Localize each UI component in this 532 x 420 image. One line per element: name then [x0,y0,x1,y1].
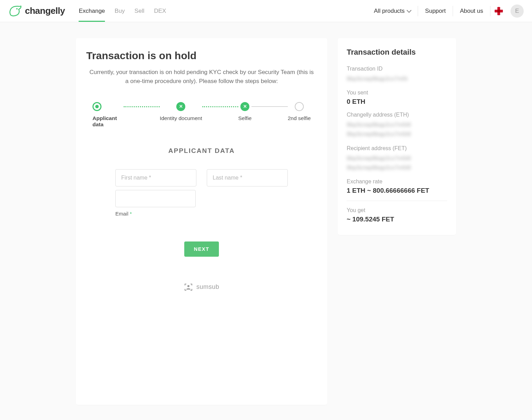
header: changelly Exchange Buy Sell DEX All prod… [0,0,532,22]
detail-label: Transaction ID [347,66,447,72]
svg-rect-4 [192,284,192,285]
header-right: All products Support About us E [367,4,524,18]
step-pending-icon [295,102,304,111]
nav-dex[interactable]: DEX [154,0,166,22]
detail-label: Recipient address (FET) [347,145,447,152]
nav-sell[interactable]: Sell [134,0,144,22]
required-mark: * [130,211,132,217]
divider [347,201,447,201]
divider [490,6,490,16]
step-applicant-data: Applicant data [92,102,124,128]
nav-buy[interactable]: Buy [115,0,125,22]
detail-label: You get [347,207,447,213]
detail-you-sent: You sent 0 ETH [347,90,447,106]
detail-transaction-id: Transaction ID 8bp3crwp8bqp2cx7m5t [347,66,447,83]
step-error-icon [240,102,249,111]
detail-recipient-address: Recipient address (FET) 8bp3crwp8bqp2cx7… [347,145,447,172]
support-link[interactable]: Support [418,8,453,15]
all-products-label: All products [374,8,405,15]
step-selfie: Selfie [238,102,252,121]
step-label: 2nd selfie [288,115,311,121]
email-label-text: Email [115,211,128,217]
step-connector [124,106,160,107]
avatar[interactable]: E [511,4,524,18]
step-error-icon [176,102,185,111]
email-label: Email * [115,211,288,217]
next-button[interactable]: NEXT [184,241,219,257]
name-row [115,169,288,186]
sumsub-icon [184,283,193,291]
powered-by-text: sumsub [196,283,219,291]
detail-value-blurred: 8bp3crwp8bqp2cx7m5t [347,74,447,83]
detail-value-blurred: 8bp3crwp8bqp2cx7m5t8 8bp3crwp8bqp2cx7m5t… [347,154,447,172]
detail-changelly-address: Changelly address (ETH) 8bp3crwp8bqp2cx7… [347,112,447,139]
step-2nd-selfie: 2nd selfie [288,102,311,121]
detail-value-blurred: 8bp3crwp8bqp2cx7m5t8 8bp3crwp8bqp2cx7m5t… [347,120,447,139]
step-identity-document: Identity document [160,102,202,121]
details-title: Transaction details [347,48,447,57]
main-card: Transaction is on hold Currently, your t… [76,38,327,405]
logo-text: changelly [25,6,65,16]
email-row [115,190,288,207]
email-input[interactable] [115,190,196,207]
detail-label: Exchange rate [347,179,447,185]
svg-point-0 [16,8,18,9]
logo-icon [8,5,22,17]
page-subtitle: Currently, your transaction is on hold p… [89,68,314,86]
all-products-dropdown[interactable]: All products [367,8,418,15]
page-title: Transaction is on hold [86,50,317,62]
last-name-input[interactable] [207,169,288,186]
main-nav: Exchange Buy Sell DEX [79,0,166,22]
svg-rect-6 [185,289,185,291]
first-name-input[interactable] [115,169,196,186]
stepper: Applicant data Identity document Selfie … [86,102,317,128]
detail-exchange-rate: Exchange rate 1 ETH ~ 800.66666666 FET [347,179,447,194]
powered-by: sumsub [115,283,288,291]
detail-label: You sent [347,90,447,96]
form-heading: APPLICANT DATA [86,147,317,155]
svg-rect-2 [185,284,185,285]
step-label: Identity document [160,115,202,121]
applicant-form: Email * NEXT sumsub [115,169,288,291]
detail-value: ~ 109.5245 FET [347,216,447,223]
step-connector [202,106,238,107]
step-label: Selfie [238,115,252,121]
content: Transaction is on hold Currently, your t… [0,22,532,405]
detail-label: Changelly address (ETH) [347,112,447,118]
detail-you-get: You get ~ 109.5245 FET [347,207,447,223]
chevron-down-icon [407,8,411,12]
step-connector [251,106,287,107]
detail-value: 1 ETH ~ 800.66666666 FET [347,187,447,194]
svg-rect-8 [192,289,192,291]
about-us-link[interactable]: About us [453,8,490,15]
svg-point-9 [187,285,189,287]
logo[interactable]: changelly [8,5,65,17]
step-label: Applicant data [92,115,124,128]
detail-value: 0 ETH [347,98,447,106]
step-current-icon [92,102,101,111]
transaction-details-card: Transaction details Transaction ID 8bp3c… [338,38,456,235]
locale-flag-icon[interactable] [495,7,503,15]
nav-exchange[interactable]: Exchange [79,0,105,22]
